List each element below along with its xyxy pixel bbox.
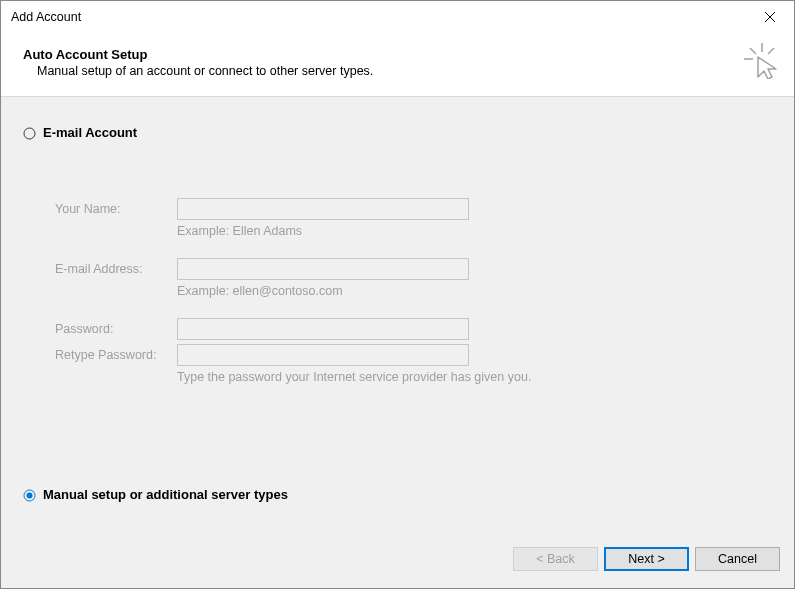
email-form: Your Name: Example: Ellen Adams E-mail A… (55, 198, 772, 384)
email-input (177, 258, 469, 280)
retype-input (177, 344, 469, 366)
setup-cursor-icon (744, 43, 780, 79)
svg-line-3 (768, 48, 774, 54)
password-label: Password: (55, 322, 177, 336)
add-account-dialog: Add Account Auto Account Setup Manual se… (0, 0, 795, 589)
back-button: < Back (513, 547, 598, 571)
name-label: Your Name: (55, 202, 177, 216)
svg-point-4 (24, 128, 35, 139)
wizard-header: Auto Account Setup Manual setup of an ac… (1, 33, 794, 97)
radio-email-account[interactable]: E-mail Account (23, 125, 772, 140)
header-subtitle: Manual setup of an account or connect to… (23, 64, 774, 78)
radio-manual-setup[interactable]: Manual setup or additional server types (23, 487, 288, 502)
radio-email-label: E-mail Account (43, 125, 137, 140)
svg-line-2 (750, 48, 756, 54)
name-hint: Example: Ellen Adams (177, 224, 302, 238)
cancel-button[interactable]: Cancel (695, 547, 780, 571)
titlebar: Add Account (1, 1, 794, 33)
email-hint: Example: ellen@contoso.com (177, 284, 343, 298)
close-icon (765, 12, 775, 22)
radio-icon (23, 126, 36, 139)
name-input (177, 198, 469, 220)
radio-icon-selected (23, 488, 36, 501)
password-hint: Type the password your Internet service … (177, 370, 531, 384)
svg-point-6 (27, 493, 33, 499)
wizard-body: E-mail Account Your Name: Example: Ellen… (1, 97, 794, 538)
retype-label: Retype Password: (55, 348, 177, 362)
next-button[interactable]: Next > (604, 547, 689, 571)
wizard-footer: < Back Next > Cancel (1, 538, 794, 588)
email-label: E-mail Address: (55, 262, 177, 276)
password-input (177, 318, 469, 340)
close-button[interactable] (750, 3, 790, 31)
radio-manual-label: Manual setup or additional server types (43, 487, 288, 502)
window-title: Add Account (11, 10, 750, 24)
header-title: Auto Account Setup (23, 47, 774, 62)
